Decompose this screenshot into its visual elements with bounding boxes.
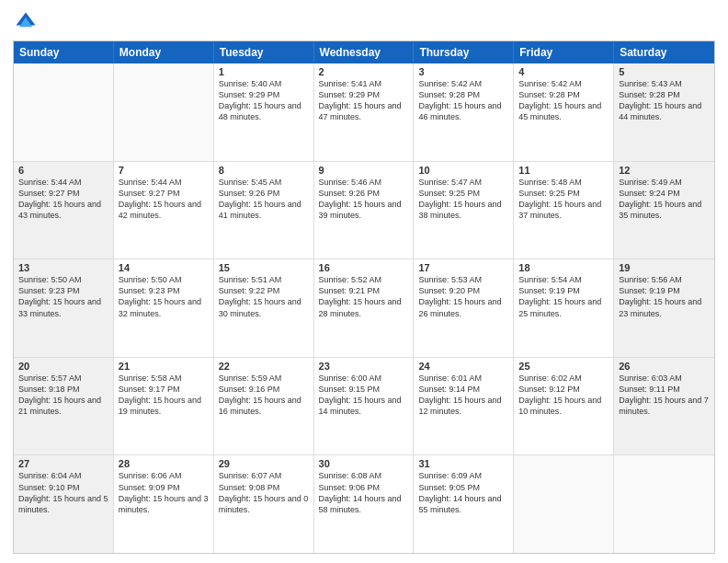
day-info: Sunrise: 5:57 AM Sunset: 9:18 PM Dayligh… [18, 373, 108, 418]
calendar-cell: 18Sunrise: 5:54 AM Sunset: 9:19 PM Dayli… [514, 259, 614, 357]
calendar-cell [114, 63, 214, 161]
calendar-cell: 23Sunrise: 6:00 AM Sunset: 9:15 PM Dayli… [314, 358, 415, 455]
day-number: 24 [418, 361, 508, 372]
calendar-cell: 25Sunrise: 6:02 AM Sunset: 9:12 PM Dayli… [514, 358, 614, 455]
day-info: Sunrise: 5:53 AM Sunset: 9:20 PM Dayligh… [418, 274, 508, 319]
day-info: Sunrise: 6:07 AM Sunset: 9:08 PM Dayligh… [219, 470, 309, 515]
day-number: 4 [518, 66, 609, 77]
day-number: 29 [219, 458, 309, 469]
day-info: Sunrise: 6:09 AM Sunset: 9:05 PM Dayligh… [418, 470, 508, 515]
calendar-row: 1Sunrise: 5:40 AM Sunset: 9:29 PM Daylig… [14, 63, 714, 161]
calendar-cell: 26Sunrise: 6:03 AM Sunset: 9:11 PM Dayli… [614, 358, 714, 455]
weekday-header: Sunday [14, 41, 114, 63]
day-number: 30 [319, 458, 409, 469]
day-info: Sunrise: 6:06 AM Sunset: 9:09 PM Dayligh… [119, 470, 209, 515]
calendar-cell [614, 455, 714, 553]
calendar-cell: 20Sunrise: 5:57 AM Sunset: 9:18 PM Dayli… [14, 358, 114, 455]
calendar-row: 13Sunrise: 5:50 AM Sunset: 9:23 PM Dayli… [14, 259, 714, 357]
day-number: 16 [319, 262, 409, 273]
weekday-header: Thursday [414, 41, 514, 63]
day-info: Sunrise: 5:52 AM Sunset: 9:21 PM Dayligh… [319, 274, 409, 319]
day-number: 27 [18, 458, 108, 469]
weekday-header: Friday [514, 41, 614, 63]
calendar-cell [514, 455, 614, 553]
calendar-cell: 31Sunrise: 6:09 AM Sunset: 9:05 PM Dayli… [414, 455, 514, 553]
day-number: 9 [319, 165, 409, 176]
calendar-cell: 3Sunrise: 5:42 AM Sunset: 9:28 PM Daylig… [414, 63, 514, 161]
calendar-cell: 6Sunrise: 5:44 AM Sunset: 9:27 PM Daylig… [14, 162, 114, 259]
calendar-cell: 14Sunrise: 5:50 AM Sunset: 9:23 PM Dayli… [114, 259, 214, 357]
calendar-cell [14, 63, 114, 161]
day-info: Sunrise: 5:54 AM Sunset: 9:19 PM Dayligh… [518, 274, 609, 319]
day-info: Sunrise: 5:44 AM Sunset: 9:27 PM Dayligh… [119, 177, 209, 222]
day-info: Sunrise: 5:42 AM Sunset: 9:28 PM Dayligh… [518, 78, 609, 123]
calendar-cell: 24Sunrise: 6:01 AM Sunset: 9:14 PM Dayli… [414, 358, 514, 455]
day-number: 25 [518, 361, 609, 372]
calendar-cell: 17Sunrise: 5:53 AM Sunset: 9:20 PM Dayli… [414, 259, 514, 357]
calendar-cell: 13Sunrise: 5:50 AM Sunset: 9:23 PM Dayli… [14, 259, 114, 357]
calendar-cell: 5Sunrise: 5:43 AM Sunset: 9:28 PM Daylig… [614, 63, 714, 161]
calendar-cell: 7Sunrise: 5:44 AM Sunset: 9:27 PM Daylig… [114, 162, 214, 259]
day-number: 2 [319, 66, 409, 77]
day-info: Sunrise: 5:58 AM Sunset: 9:17 PM Dayligh… [119, 373, 209, 418]
calendar-cell: 10Sunrise: 5:47 AM Sunset: 9:25 PM Dayli… [414, 162, 514, 259]
day-info: Sunrise: 6:02 AM Sunset: 9:12 PM Dayligh… [518, 373, 609, 418]
page: SundayMondayTuesdayWednesdayThursdayFrid… [0, 0, 728, 563]
day-number: 7 [119, 165, 209, 176]
day-info: Sunrise: 6:00 AM Sunset: 9:15 PM Dayligh… [319, 373, 409, 418]
calendar-cell: 9Sunrise: 5:46 AM Sunset: 9:26 PM Daylig… [314, 162, 415, 259]
calendar-cell: 15Sunrise: 5:51 AM Sunset: 9:22 PM Dayli… [214, 259, 314, 357]
day-info: Sunrise: 5:45 AM Sunset: 9:26 PM Dayligh… [219, 177, 309, 222]
calendar-cell: 19Sunrise: 5:56 AM Sunset: 9:19 PM Dayli… [614, 259, 714, 357]
day-number: 26 [619, 361, 710, 372]
day-number: 17 [418, 262, 508, 273]
day-number: 3 [418, 66, 508, 77]
calendar-cell: 22Sunrise: 5:59 AM Sunset: 9:16 PM Dayli… [214, 358, 314, 455]
calendar-header: SundayMondayTuesdayWednesdayThursdayFrid… [14, 41, 714, 63]
header [13, 9, 715, 35]
day-info: Sunrise: 5:47 AM Sunset: 9:25 PM Dayligh… [418, 177, 508, 222]
day-info: Sunrise: 5:51 AM Sunset: 9:22 PM Dayligh… [219, 274, 309, 319]
day-info: Sunrise: 6:04 AM Sunset: 9:10 PM Dayligh… [18, 470, 108, 515]
calendar-cell: 11Sunrise: 5:48 AM Sunset: 9:25 PM Dayli… [514, 162, 614, 259]
day-info: Sunrise: 5:42 AM Sunset: 9:28 PM Dayligh… [418, 78, 508, 123]
day-number: 21 [119, 361, 209, 372]
day-info: Sunrise: 5:41 AM Sunset: 9:29 PM Dayligh… [319, 78, 409, 123]
day-number: 12 [619, 165, 710, 176]
day-number: 22 [219, 361, 309, 372]
day-number: 28 [119, 458, 209, 469]
logo [13, 9, 42, 35]
calendar-cell: 16Sunrise: 5:52 AM Sunset: 9:21 PM Dayli… [314, 259, 415, 357]
day-info: Sunrise: 5:50 AM Sunset: 9:23 PM Dayligh… [119, 274, 209, 319]
day-number: 31 [418, 458, 508, 469]
weekday-header: Saturday [614, 41, 714, 63]
logo-icon [13, 9, 39, 35]
weekday-header: Monday [114, 41, 214, 63]
calendar-cell: 12Sunrise: 5:49 AM Sunset: 9:24 PM Dayli… [614, 162, 714, 259]
day-info: Sunrise: 5:49 AM Sunset: 9:24 PM Dayligh… [619, 177, 710, 222]
day-number: 10 [418, 165, 508, 176]
day-number: 13 [18, 262, 108, 273]
calendar-row: 6Sunrise: 5:44 AM Sunset: 9:27 PM Daylig… [14, 161, 714, 259]
day-info: Sunrise: 5:44 AM Sunset: 9:27 PM Dayligh… [18, 177, 108, 222]
day-number: 19 [619, 262, 710, 273]
calendar-cell: 8Sunrise: 5:45 AM Sunset: 9:26 PM Daylig… [214, 162, 314, 259]
calendar: SundayMondayTuesdayWednesdayThursdayFrid… [13, 40, 715, 554]
calendar-cell: 27Sunrise: 6:04 AM Sunset: 9:10 PM Dayli… [14, 455, 114, 553]
calendar-cell: 30Sunrise: 6:08 AM Sunset: 9:06 PM Dayli… [314, 455, 415, 553]
day-number: 11 [518, 165, 609, 176]
day-number: 15 [219, 262, 309, 273]
day-number: 20 [18, 361, 108, 372]
day-info: Sunrise: 5:40 AM Sunset: 9:29 PM Dayligh… [219, 78, 309, 123]
calendar-cell: 1Sunrise: 5:40 AM Sunset: 9:29 PM Daylig… [214, 63, 314, 161]
day-info: Sunrise: 6:01 AM Sunset: 9:14 PM Dayligh… [418, 373, 508, 418]
day-info: Sunrise: 5:59 AM Sunset: 9:16 PM Dayligh… [219, 373, 309, 418]
day-number: 14 [119, 262, 209, 273]
calendar-body: 1Sunrise: 5:40 AM Sunset: 9:29 PM Daylig… [14, 63, 714, 553]
calendar-cell: 29Sunrise: 6:07 AM Sunset: 9:08 PM Dayli… [214, 455, 314, 553]
day-info: Sunrise: 5:46 AM Sunset: 9:26 PM Dayligh… [319, 177, 409, 222]
calendar-row: 20Sunrise: 5:57 AM Sunset: 9:18 PM Dayli… [14, 357, 714, 455]
day-info: Sunrise: 6:08 AM Sunset: 9:06 PM Dayligh… [319, 470, 409, 515]
day-info: Sunrise: 5:43 AM Sunset: 9:28 PM Dayligh… [619, 78, 710, 123]
calendar-cell: 21Sunrise: 5:58 AM Sunset: 9:17 PM Dayli… [114, 358, 214, 455]
